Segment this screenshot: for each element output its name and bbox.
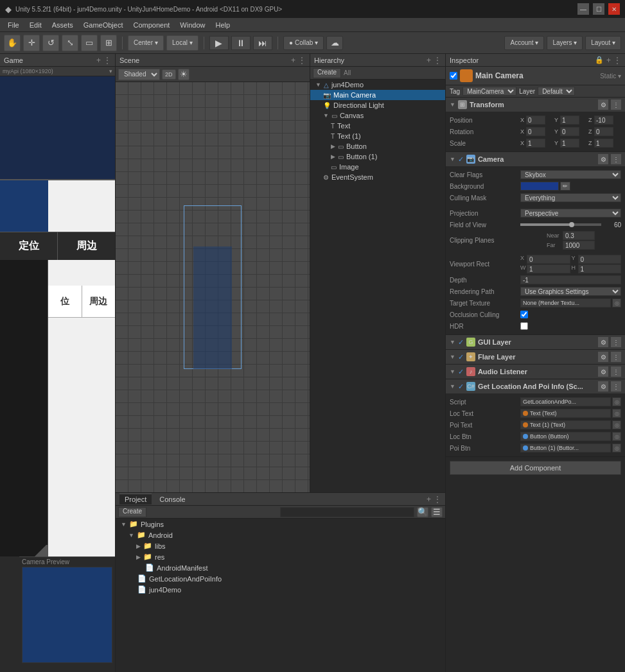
loc-text-pick-icon[interactable]: ◎ [612,409,621,418]
viewport-h-input[interactable] [578,264,622,273]
position-y-input[interactable] [560,116,579,125]
scene-plus-icon[interactable]: + [291,56,295,65]
play-button[interactable]: ▶ [209,36,229,50]
scale-tool-button[interactable]: ⤡ [62,35,78,51]
occlusion-checkbox[interactable] [520,311,528,318]
depth-input[interactable] [520,275,621,284]
tree-item-jun4demo[interactable]: 📄 jun4Demo [116,584,445,595]
game-panel-plus-icon[interactable]: + [96,56,101,65]
tree-item-res[interactable]: ▶ 📁 res [116,551,445,562]
scene-view[interactable] [116,82,310,492]
gui-layer-header[interactable]: ▼ ✓ G GUI Layer ⚙ ⋮ [446,335,625,349]
game-chinese-btn-1[interactable]: 定位 [0,232,58,260]
gui-more-icon[interactable]: ⋮ [611,337,621,347]
far-input[interactable] [563,241,595,250]
inspector-menu-icon[interactable]: ⋮ [613,56,621,65]
project-create-button[interactable]: Create [118,507,146,517]
menu-gameobject[interactable]: GameObject [78,20,128,30]
audio-more-icon[interactable]: ⋮ [611,366,621,377]
cloud-button[interactable]: ☁ [326,36,343,50]
viewport-x-input[interactable] [527,255,570,264]
camera-header[interactable]: ▼ ✓ 📷 Camera ⚙ ⋮ [446,152,625,166]
transform-more-icon[interactable]: ⋮ [611,99,621,110]
collab-button[interactable]: ● Collab ▾ [283,36,324,50]
hierarchy-item-text1[interactable]: T Text (1) [310,131,445,141]
project-plus-icon[interactable]: + [427,495,431,504]
game-chinese-btn-4[interactable]: 周边 [82,286,116,317]
hierarchy-item-button1[interactable]: ▶ ▭ Button (1) [310,151,445,162]
tree-item-libs[interactable]: ▶ 📁 libs [116,540,445,551]
hierarchy-item-directional-light[interactable]: 💡 Directional Light [310,100,445,110]
pause-button[interactable]: ⏸ [231,36,251,50]
rotation-z-input[interactable] [594,127,613,136]
position-z-input[interactable] [594,116,613,125]
scene-sun-button[interactable]: ☀ [178,69,189,80]
flare-more-icon[interactable]: ⋮ [611,352,621,362]
scene-shading-dropdown[interactable]: Shaded [118,69,160,80]
hierarchy-item-main-camera[interactable]: 📷 Main Camera [310,90,445,100]
inspector-tab[interactable]: Inspector [450,56,479,64]
culling-mask-select[interactable]: Everything [520,193,621,202]
background-color-pick-icon[interactable]: ✏ [560,182,570,191]
camera-settings-icon[interactable]: ⚙ [598,154,608,164]
maximize-button[interactable]: ☐ [593,3,604,15]
layout-button[interactable]: Layout ▾ [585,36,621,50]
hierarchy-menu-icon[interactable]: ⋮ [434,56,441,65]
scale-x-input[interactable] [526,139,545,148]
tag-select[interactable]: MainCamera [462,87,516,96]
game-tab[interactable]: Game [4,56,23,64]
hierarchy-item-text[interactable]: T Text [310,121,445,131]
hierarchy-item-canvas[interactable]: ▼ ▭ Canvas [310,110,445,121]
viewport-w-input[interactable] [527,264,570,273]
close-button[interactable]: ✕ [608,3,620,15]
layers-button[interactable]: Layers ▾ [547,36,583,50]
add-component-button[interactable]: Add Component [450,461,621,475]
script-pick-icon[interactable]: ◎ [612,397,621,406]
poi-btn-pick-icon[interactable]: ◎ [612,444,621,452]
menu-help[interactable]: Help [210,20,235,30]
account-button[interactable]: Account ▾ [504,36,544,50]
step-button[interactable]: ⏭ [253,36,272,50]
hierarchy-item-button[interactable]: ▶ ▭ Button [310,141,445,151]
background-color-swatch[interactable] [520,182,559,191]
audio-settings-icon[interactable]: ⚙ [598,366,608,377]
rotate-tool-button[interactable]: ↺ [42,35,59,51]
scene-tab[interactable]: Scene [119,56,139,64]
local-button[interactable]: Local ▾ [166,35,198,51]
game-panel-menu-icon[interactable]: ⋮ [103,56,111,65]
game-chinese-btn-2[interactable]: 周边 [58,232,115,260]
flare-settings-icon[interactable]: ⚙ [598,352,608,362]
scene-menu-icon[interactable]: ⋮ [298,56,306,65]
project-menu-icon[interactable]: ⋮ [434,495,441,504]
gui-settings-icon[interactable]: ⚙ [598,337,608,347]
position-x-input[interactable] [526,116,545,125]
menu-file[interactable]: File [3,20,24,30]
menu-assets[interactable]: Assets [47,20,78,30]
hand-tool-button[interactable]: ✋ [4,35,21,51]
scale-y-input[interactable] [560,139,579,148]
object-active-checkbox[interactable] [450,72,457,80]
rendering-path-select[interactable]: Use Graphics Settings [520,287,621,296]
menu-edit[interactable]: Edit [24,20,47,30]
transform-settings-icon[interactable]: ⚙ [598,99,608,110]
get-location-settings-icon[interactable]: ⚙ [598,381,608,392]
scale-z-input[interactable] [594,139,613,148]
project-search-icon[interactable]: 🔍 [417,507,428,517]
game-chinese-btn-3[interactable]: 位 [48,286,82,317]
hdr-checkbox[interactable] [520,322,528,330]
project-tab[interactable]: Project [119,494,152,504]
transform-header[interactable]: ▼ ⊞ Transform ⚙ ⋮ [446,98,625,112]
viewport-y-input[interactable] [578,255,622,264]
hierarchy-create-button[interactable]: Create [313,68,341,78]
tree-item-plugins[interactable]: ▼ 📁 Plugins [116,519,445,530]
console-tab[interactable]: Console [154,494,190,504]
hierarchy-item-jun4demo[interactable]: ▼ △ jun4Demo [310,80,445,90]
camera-more-icon[interactable]: ⋮ [611,154,621,164]
near-input[interactable] [563,231,595,240]
inspector-lock-icon[interactable]: 🔒 [595,56,604,65]
transform-tool-button[interactable]: ⊞ [100,35,117,51]
hierarchy-item-image[interactable]: ▭ Image [310,162,445,172]
move-tool-button[interactable]: ✛ [23,35,40,51]
flare-layer-header[interactable]: ▼ ✓ ✦ Flare Layer ⚙ ⋮ [446,350,625,364]
scene-2d-button[interactable]: 2D [162,69,176,80]
